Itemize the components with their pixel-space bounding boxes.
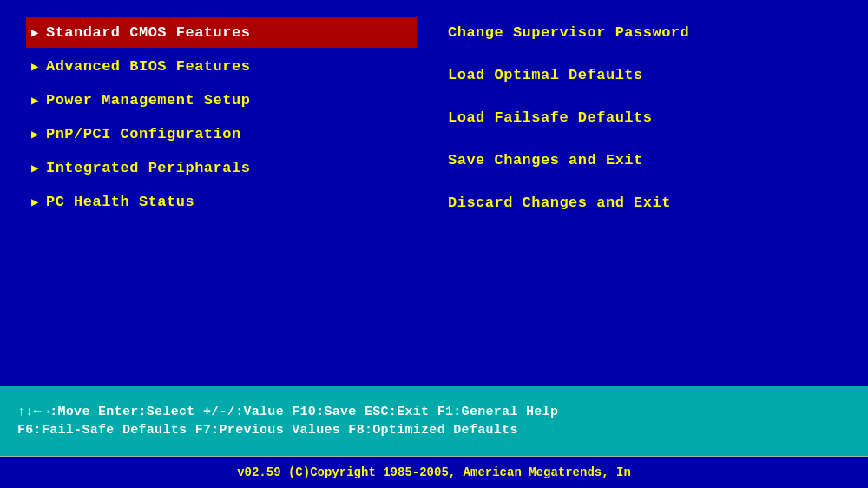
menu-item-label-2: Power Management Setup: [46, 92, 250, 109]
menu-arrow-icon-4: ▶: [31, 161, 39, 175]
footer-line1: ↑↓←→:Move Enter:Select +/-/:Value F10:Sa…: [17, 405, 851, 419]
menu-item-label-3: PnP/PCI Configuration: [46, 126, 241, 142]
right-menu-item-3[interactable]: Save Changes and Exit: [443, 145, 833, 175]
copyright-text: v02.59 (C)Copyright 1985-2005, American …: [237, 465, 631, 479]
menu-arrow-icon-1: ▶: [31, 59, 39, 74]
menu-arrow-icon-0: ▶: [31, 25, 39, 40]
left-menu-item-4[interactable]: ▶Integrated Peripharals: [26, 153, 417, 183]
menu-item-label-5: PC Health Status: [46, 194, 194, 210]
menu-item-label-0: Standard CMOS Features: [46, 24, 250, 41]
right-menu-item-0[interactable]: Change Supervisor Password: [443, 17, 833, 48]
menu-arrow-icon-2: ▶: [31, 93, 39, 108]
footer-text-line1: ↑↓←→:Move Enter:Select +/-/:Value F10:Sa…: [17, 405, 558, 419]
menu-arrow-icon-3: ▶: [31, 127, 39, 142]
left-menu-item-3[interactable]: ▶PnP/PCI Configuration: [26, 119, 417, 149]
menu-item-label-1: Advanced BIOS Features: [46, 58, 250, 75]
right-menu-item-1[interactable]: Load Optimal Defaults: [443, 60, 833, 90]
left-menu: ▶Standard CMOS Features▶Advanced BIOS Fe…: [17, 9, 425, 378]
menu-item-label-4: Integrated Peripharals: [46, 160, 250, 176]
right-menu: Change Supervisor PasswordLoad Optimal D…: [425, 9, 851, 378]
left-menu-item-0[interactable]: ▶Standard CMOS Features: [26, 17, 417, 48]
left-menu-item-1[interactable]: ▶Advanced BIOS Features: [26, 51, 417, 82]
menu-arrow-icon-5: ▶: [31, 195, 39, 209]
left-menu-item-2[interactable]: ▶Power Management Setup: [26, 85, 417, 115]
bios-screen: ▶Standard CMOS Features▶Advanced BIOS Fe…: [0, 0, 868, 488]
footer-text-line2: F6:Fail-Safe Defaults F7:Previous Values…: [17, 423, 518, 438]
footer-bar: ↑↓←→:Move Enter:Select +/-/:Value F10:Sa…: [0, 386, 868, 456]
copyright-bar: v02.59 (C)Copyright 1985-2005, American …: [0, 456, 868, 488]
footer-line2: F6:Fail-Safe Defaults F7:Previous Values…: [17, 423, 851, 438]
right-menu-item-4[interactable]: Discard Changes and Exit: [443, 188, 833, 218]
left-menu-item-5[interactable]: ▶PC Health Status: [26, 187, 417, 217]
right-menu-item-2[interactable]: Load Failsafe Defaults: [443, 102, 833, 133]
content-area: ▶Standard CMOS Features▶Advanced BIOS Fe…: [0, 0, 868, 386]
